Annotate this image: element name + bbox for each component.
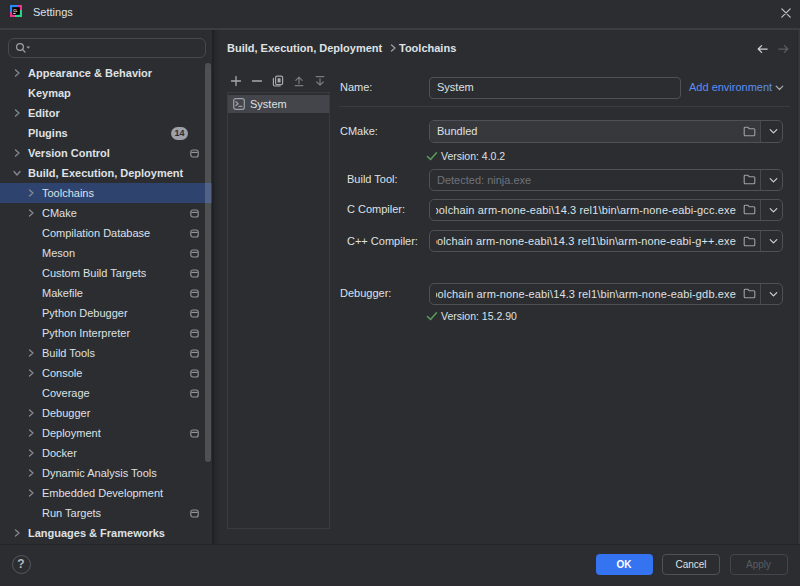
svg-text:CL: CL [13,9,17,13]
